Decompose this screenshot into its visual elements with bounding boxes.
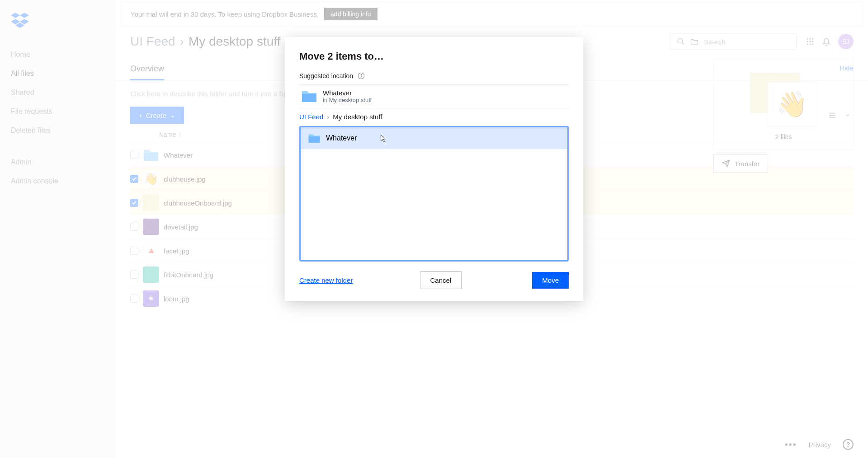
create-folder-link[interactable]: Create new folder [299, 276, 353, 284]
svg-point-21 [361, 74, 361, 75]
suggested-path: in My desktop stuff [323, 97, 372, 103]
folder-browser: Whatever [299, 126, 569, 262]
modal-breadcrumb: UI Feed › My desktop stuff [299, 108, 569, 125]
move-modal: Move 2 items to… Suggested location What… [285, 37, 583, 301]
suggested-label-text: Suggested location [299, 72, 353, 79]
suggested-folder[interactable]: Whatever in My desktop stuff [299, 84, 569, 108]
cursor-icon [380, 134, 388, 142]
modal-crumb-root[interactable]: UI Feed [299, 113, 323, 121]
modal-crumb-current: My desktop stuff [333, 113, 382, 121]
browser-folder-row[interactable]: Whatever [301, 127, 567, 149]
modal-title: Move 2 items to… [299, 51, 569, 62]
modal-footer: Create new folder Cancel Move [299, 271, 569, 289]
suggested-location-label: Suggested location [299, 72, 569, 79]
chevron-right-icon: › [327, 113, 329, 121]
info-icon[interactable] [358, 72, 365, 79]
folder-icon [301, 89, 317, 103]
cancel-button[interactable]: Cancel [420, 271, 462, 289]
browser-folder-name: Whatever [326, 134, 357, 142]
move-button[interactable]: Move [532, 272, 569, 289]
suggested-name: Whatever [323, 89, 372, 97]
modal-overlay: Move 2 items to… Suggested location What… [0, 0, 868, 458]
folder-icon [308, 133, 321, 144]
